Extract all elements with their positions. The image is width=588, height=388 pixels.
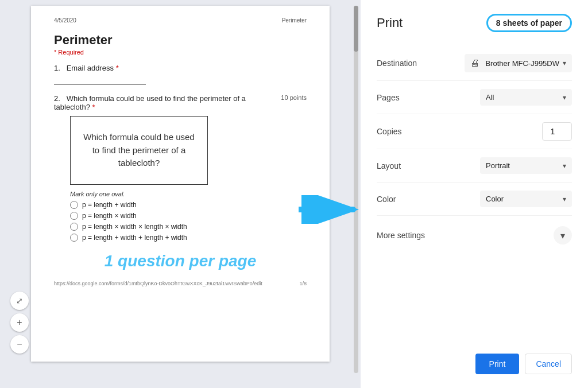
question-1-block: 1. Email address *	[54, 64, 307, 85]
more-settings-expand-button[interactable]: ▾	[554, 226, 572, 245]
layout-value: Portrait	[486, 161, 510, 170]
answer-line	[54, 76, 146, 85]
color-row: Color Color ▾	[377, 183, 572, 216]
color-label: Color	[377, 195, 428, 204]
option-checkbox-1[interactable]	[70, 201, 78, 209]
action-buttons: Print Cancel	[377, 344, 572, 374]
page-number: 1/8	[299, 281, 307, 286]
q2-number: 2.	[54, 94, 60, 103]
option-checkbox-2[interactable]	[70, 212, 78, 220]
arrow-svg	[299, 195, 361, 224]
chevron-down-icon: ▾	[560, 230, 565, 241]
q2-points: 10 points	[281, 94, 307, 101]
question-2-block: 2. Which formula could be used to find t…	[54, 94, 307, 242]
color-control: Color ▾	[480, 191, 572, 207]
plus-icon: +	[17, 317, 22, 328]
zoom-in-button[interactable]: +	[10, 313, 29, 332]
cancel-button[interactable]: Cancel	[525, 354, 572, 374]
footer-url: https://docs.google.com/forms/d/1mtbQlyn…	[54, 281, 262, 286]
layout-row: Layout Portrait ▾	[377, 149, 572, 183]
option-row-3: p = length × width × length × width	[70, 223, 307, 231]
arrow-container	[299, 195, 361, 226]
layout-dropdown[interactable]: Portrait ▾	[480, 157, 572, 174]
zoom-out-button[interactable]: −	[10, 335, 29, 354]
pages-control: All ▾	[480, 89, 572, 106]
copies-input[interactable]	[542, 122, 572, 141]
question-2-text: 2. Which formula could be used to find t…	[54, 94, 275, 111]
destination-value: Brother MFC-J995DW	[485, 59, 559, 68]
option-text-2: p = length × width	[82, 212, 137, 220]
option-row-4: p = length + width + length + width	[70, 234, 307, 242]
minus-icon: −	[17, 339, 22, 350]
question-1-label: 1. Email address *	[54, 64, 307, 72]
print-title: Print	[377, 15, 403, 30]
scrollbar-thumb[interactable]	[354, 6, 358, 52]
pages-dropdown[interactable]: All ▾	[480, 89, 572, 106]
expand-icon: ⤢	[16, 296, 23, 305]
option-checkbox-4[interactable]	[70, 234, 78, 242]
sheets-badge: 8 sheets of paper	[486, 14, 572, 32]
page-preview: 4/5/2020 Perimeter Perimeter * Required …	[31, 6, 330, 362]
print-panel: Print 8 sheets of paper Destination 🖨 Br…	[361, 0, 588, 388]
option-row-1: p = length + width	[70, 201, 307, 209]
option-checkbox-3[interactable]	[70, 223, 78, 231]
destination-chevron-down-icon: ▾	[563, 59, 566, 67]
printer-icon: 🖨	[470, 58, 479, 68]
layout-control: Portrait ▾	[480, 157, 572, 174]
destination-label: Destination	[377, 59, 428, 68]
destination-control: 🖨 Brother MFC-J995DW ▾	[465, 54, 572, 72]
color-value: Color	[486, 195, 504, 203]
page-header: 4/5/2020 Perimeter	[54, 17, 307, 24]
mark-only-oval: Mark only one oval.	[70, 191, 307, 197]
sketch-text: Which formula could be used to find the …	[79, 131, 199, 170]
more-settings-label: More settings	[377, 231, 425, 240]
option-text-4: p = length + width + length + width	[82, 234, 187, 242]
option-text-1: p = length + width	[82, 201, 137, 209]
copies-row: Copies	[377, 114, 572, 149]
pages-label: Pages	[377, 93, 428, 102]
q2-required: *	[92, 103, 95, 111]
preview-panel: 4/5/2020 Perimeter Perimeter * Required …	[0, 0, 361, 388]
page-header-title: Perimeter	[282, 17, 307, 24]
option-row-2: p = length × width	[70, 212, 307, 220]
copies-control	[542, 122, 572, 141]
expand-button[interactable]: ⤢	[10, 292, 29, 310]
scrollbar[interactable]	[354, 6, 358, 373]
layout-chevron-down-icon: ▾	[563, 162, 566, 170]
layout-label: Layout	[377, 161, 428, 170]
q1-text: Email address	[67, 64, 114, 72]
destination-row: Destination 🖨 Brother MFC-J995DW ▾	[377, 46, 572, 81]
q2-content: Which formula could be used to find the …	[54, 94, 246, 111]
q1-number: 1.	[54, 64, 60, 72]
question-2-header: 2. Which formula could be used to find t…	[54, 94, 307, 111]
pages-chevron-down-icon: ▾	[563, 94, 566, 102]
copies-label: Copies	[377, 127, 428, 136]
page-date: 4/5/2020	[54, 17, 76, 24]
destination-dropdown[interactable]: 🖨 Brother MFC-J995DW ▾	[465, 54, 572, 72]
watermark-text: 1 question per page	[54, 252, 307, 270]
color-dropdown[interactable]: Color ▾	[480, 191, 572, 207]
doc-title: Perimeter	[54, 33, 307, 48]
page-footer: https://docs.google.com/forms/d/1mtbQlyn…	[54, 281, 307, 286]
more-settings-row[interactable]: More settings ▾	[377, 216, 572, 255]
spacer	[377, 255, 572, 344]
required-label: * Required	[54, 49, 307, 56]
zoom-controls: ⤢ + −	[10, 292, 29, 354]
print-button[interactable]: Print	[475, 354, 520, 374]
option-text-3: p = length × width × length × width	[82, 223, 187, 231]
print-header: Print 8 sheets of paper	[377, 14, 572, 32]
color-chevron-down-icon: ▾	[563, 195, 566, 203]
sketch-box: Which formula could be used to find the …	[70, 116, 208, 185]
pages-value: All	[486, 93, 494, 102]
q1-required: *	[116, 64, 119, 72]
pages-row: Pages All ▾	[377, 81, 572, 114]
